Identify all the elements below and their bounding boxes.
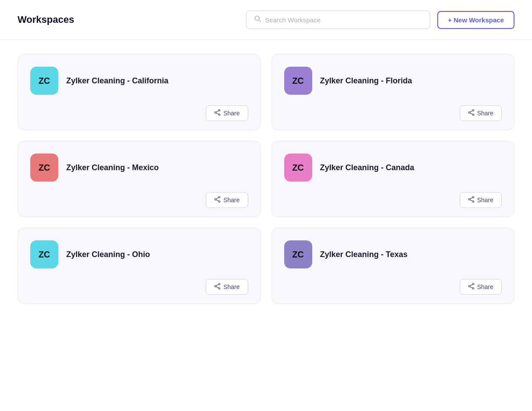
share-icon [214,196,221,204]
workspace-card-texas: ZC Zylker Cleaning - Texas [271,228,515,304]
workspace-name: Zylker Cleaning - Canada [320,163,414,172]
share-button-florida[interactable]: Share [460,105,502,121]
workspace-grid: ZC Zylker Cleaning - California [18,54,514,304]
svg-line-30 [470,284,472,286]
workspace-name: Zylker Cleaning - Florida [320,76,412,86]
svg-point-8 [472,114,474,116]
svg-point-9 [468,112,470,114]
share-icon [468,109,475,117]
share-button-mexico[interactable]: Share [206,192,248,208]
search-icon [254,15,261,24]
workspace-initials: ZC [39,163,50,173]
card-top: ZC Zylker Cleaning - California [30,67,248,95]
share-button-ohio[interactable]: Share [206,279,248,295]
workspace-name: Zylker Cleaning - Texas [320,250,408,259]
share-label: Share [223,110,239,117]
workspace-initials: ZC [292,76,304,86]
share-icon [468,283,475,291]
workspace-initials: ZC [292,163,304,173]
search-input[interactable] [265,16,422,24]
share-label: Share [477,110,493,117]
svg-line-25 [216,284,219,286]
share-icon [214,109,221,117]
workspace-name: Zylker Cleaning - California [66,76,168,86]
card-top: ZC Zylker Cleaning - Mexico [30,154,248,182]
card-footer: Share [30,279,248,295]
workspace-name: Zylker Cleaning - Mexico [66,163,159,172]
page-header: Workspaces + New Workspace [0,0,532,40]
svg-point-19 [468,199,470,200]
card-footer: Share [284,279,502,295]
svg-point-3 [218,114,220,116]
svg-point-27 [472,283,474,285]
share-label: Share [223,197,239,204]
svg-point-18 [472,201,474,203]
workspace-initials: ZC [39,250,50,260]
workspace-avatar: ZC [284,67,312,95]
workspace-avatar: ZC [284,240,312,268]
share-button-california[interactable]: Share [206,105,248,121]
workspace-card-canada: ZC Zylker Cleaning - Canada [271,141,515,217]
svg-line-10 [470,111,472,112]
svg-line-31 [470,286,472,288]
card-footer: Share [284,192,502,208]
svg-line-16 [216,200,219,201]
workspace-avatar: ZC [30,67,58,95]
workspace-card-california: ZC Zylker Cleaning - California [18,54,261,130]
header-actions: + New Workspace [246,11,514,29]
share-button-texas[interactable]: Share [460,279,502,295]
svg-point-23 [218,288,220,289]
svg-point-7 [472,110,474,111]
share-label: Share [223,283,239,290]
workspace-avatar: ZC [284,154,312,182]
svg-point-24 [214,286,216,287]
share-label: Share [477,197,493,204]
workspace-avatar: ZC [30,154,58,182]
svg-line-21 [470,200,472,201]
workspace-name: Zylker Cleaning - Ohio [66,250,150,259]
svg-point-29 [468,286,470,287]
share-icon [214,283,221,291]
svg-point-22 [218,283,220,285]
search-container[interactable] [246,11,430,29]
svg-line-20 [470,197,472,199]
svg-point-13 [218,201,220,203]
svg-point-4 [214,112,216,114]
share-icon [468,196,475,204]
page-title: Workspaces [18,14,74,25]
workspace-card-ohio: ZC Zylker Cleaning - Ohio S [18,228,261,304]
svg-point-12 [218,197,220,198]
svg-line-15 [216,197,219,199]
svg-line-11 [470,113,472,114]
svg-point-28 [472,288,474,289]
svg-point-2 [218,110,220,111]
workspace-initials: ZC [39,76,50,86]
card-footer: Share [30,192,248,208]
svg-point-17 [472,197,474,198]
svg-line-6 [216,113,219,114]
svg-line-5 [216,111,219,112]
workspace-initials: ZC [292,250,304,260]
svg-line-26 [216,286,219,288]
share-button-canada[interactable]: Share [460,192,502,208]
new-workspace-button[interactable]: + New Workspace [437,11,514,29]
svg-line-1 [259,20,261,22]
main-content: ZC Zylker Cleaning - California [0,40,532,318]
card-footer: Share [284,105,502,121]
workspace-card-mexico: ZC Zylker Cleaning - Mexico [18,141,261,217]
card-top: ZC Zylker Cleaning - Texas [284,240,502,268]
card-top: ZC Zylker Cleaning - Florida [284,67,502,95]
card-top: ZC Zylker Cleaning - Ohio [30,240,248,268]
workspace-avatar: ZC [30,240,58,268]
card-footer: Share [30,105,248,121]
workspace-card-florida: ZC Zylker Cleaning - Florida [271,54,515,130]
svg-point-14 [214,199,216,200]
card-top: ZC Zylker Cleaning - Canada [284,154,502,182]
share-label: Share [477,283,493,290]
